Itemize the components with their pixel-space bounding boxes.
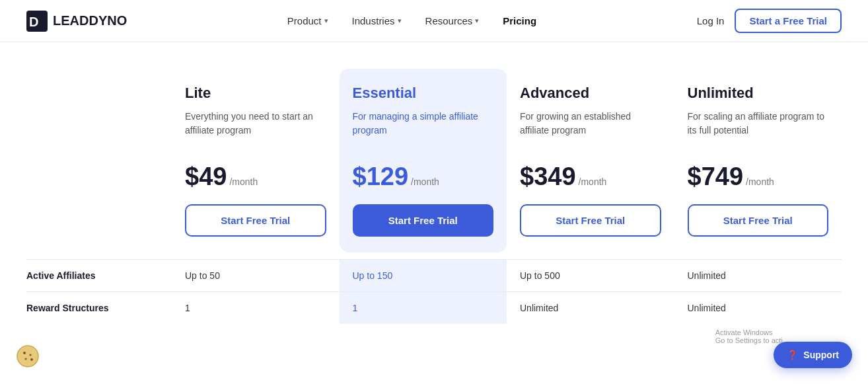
feature-section: Active Affiliates Up to 50 Up to 150 Up … <box>26 259 842 324</box>
feature-row-active-affiliates: Active Affiliates Up to 50 Up to 150 Up … <box>26 260 842 291</box>
main-content: Lite Everything you need to start an aff… <box>0 42 868 324</box>
navbar-trial-button[interactable]: Start a Free Trial <box>735 9 842 33</box>
nav-item-industries[interactable]: Industries ▾ <box>343 10 411 32</box>
feature-val-unlimited-affiliates: Unlimited <box>674 260 842 291</box>
price-amount-unlimited: $749 <box>688 163 744 191</box>
plan-header-essential: Essential For managing a simple affiliat… <box>340 69 507 252</box>
price-amount-advanced: $349 <box>520 163 576 191</box>
price-period-unlimited: /month <box>746 176 774 187</box>
feature-val-advanced-affiliates: Up to 500 <box>507 260 674 291</box>
plan-desc-lite: Everything you need to start an affiliat… <box>185 110 326 149</box>
feature-val-lite-rewards: 1 <box>172 292 340 324</box>
login-link[interactable]: Log In <box>697 15 725 26</box>
navbar-actions: Log In Start a Free Trial <box>697 9 842 33</box>
plan-desc-unlimited: For scaling an affiliate program to its … <box>688 110 829 149</box>
logo[interactable]: D LEADDYNO <box>26 11 127 32</box>
cta-button-unlimited[interactable]: Start Free Trial <box>688 204 829 237</box>
nav-product-label: Product <box>287 15 322 26</box>
feature-label-reward-structures: Reward Structures <box>26 292 172 324</box>
price-period-essential: /month <box>411 176 439 187</box>
pricing-label-spacer <box>26 82 172 252</box>
plan-header-advanced: Advanced For growing an established affi… <box>507 82 674 252</box>
plan-name-advanced: Advanced <box>520 85 661 102</box>
nav-item-product[interactable]: Product ▾ <box>278 10 338 32</box>
cta-button-essential[interactable]: Start Free Trial <box>353 204 494 237</box>
nav-pricing-label: Pricing <box>503 15 536 26</box>
feature-val-lite-affiliates: Up to 50 <box>172 260 340 291</box>
nav-resources-label: Resources <box>425 15 473 26</box>
nav-industries-label: Industries <box>352 15 395 26</box>
feature-label-active-affiliates: Active Affiliates <box>26 260 172 291</box>
plan-desc-advanced: For growing an established affiliate pro… <box>520 110 661 149</box>
plan-name-lite: Lite <box>185 85 326 102</box>
plan-price-unlimited: $749 /month <box>688 163 829 191</box>
price-amount-lite: $49 <box>185 163 227 191</box>
chevron-down-icon: ▾ <box>398 17 402 25</box>
nav-menu: Product ▾ Industries ▾ Resources ▾ Prici… <box>127 10 696 32</box>
chevron-down-icon: ▾ <box>324 17 328 25</box>
nav-item-resources[interactable]: Resources ▾ <box>416 10 489 32</box>
price-amount-essential: $129 <box>353 163 409 191</box>
plan-price-lite: $49 /month <box>185 163 326 191</box>
cta-button-lite[interactable]: Start Free Trial <box>185 204 326 237</box>
plan-desc-essential: For managing a simple affiliate program <box>353 110 494 149</box>
logo-icon: D <box>26 11 48 32</box>
price-period-advanced: /month <box>579 176 607 187</box>
plan-header-unlimited: Unlimited For scaling an affiliate progr… <box>674 82 842 252</box>
feature-val-essential-affiliates: Up to 150 <box>340 260 507 291</box>
chevron-down-icon: ▾ <box>475 17 479 25</box>
navbar: D LEADDYNO Product ▾ Industries ▾ Resour… <box>0 0 868 42</box>
feature-row-reward-structures: Reward Structures 1 1 Unlimited Unlimite… <box>26 291 842 324</box>
price-period-lite: /month <box>229 176 258 187</box>
pricing-headers: Lite Everything you need to start an aff… <box>26 82 842 252</box>
feature-val-essential-rewards: 1 <box>340 292 507 324</box>
plan-header-lite: Lite Everything you need to start an aff… <box>172 82 340 252</box>
feature-val-unlimited-rewards: Unlimited <box>674 292 842 324</box>
feature-val-advanced-rewards: Unlimited <box>507 292 674 324</box>
cta-button-advanced[interactable]: Start Free Trial <box>520 204 661 237</box>
logo-text: LEADDYNO <box>53 13 127 28</box>
plan-name-unlimited: Unlimited <box>688 85 829 102</box>
nav-item-pricing[interactable]: Pricing <box>493 10 546 32</box>
plan-price-essential: $129 /month <box>353 163 494 191</box>
plan-price-advanced: $349 /month <box>520 163 661 191</box>
plan-name-essential: Essential <box>353 85 494 102</box>
svg-text:D: D <box>29 15 38 29</box>
